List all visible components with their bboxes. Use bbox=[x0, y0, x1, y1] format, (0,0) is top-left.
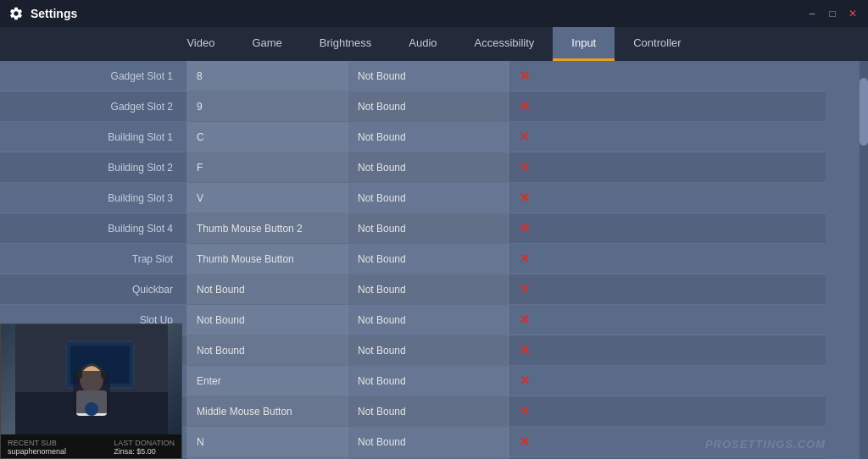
settings-row: Building Slot 3 V Not Bound ✕ bbox=[0, 183, 826, 213]
row-primary-binding-2[interactable]: C bbox=[186, 122, 348, 152]
row-label-1: Gadget Slot 2 bbox=[0, 101, 186, 113]
row-secondary-binding-6[interactable]: Not Bound bbox=[348, 244, 509, 274]
row-delete-button-6[interactable]: ✕ bbox=[509, 244, 539, 274]
tab-game[interactable]: Game bbox=[233, 27, 300, 61]
row-delete-button-10[interactable]: ✕ bbox=[509, 366, 539, 395]
row-secondary-binding-4[interactable]: Not Bound bbox=[348, 183, 509, 213]
row-secondary-binding-10[interactable]: Not Bound bbox=[348, 366, 509, 395]
row-delete-button-9[interactable]: ✕ bbox=[509, 335, 539, 365]
settings-row: Building Slot 2 F Not Bound ✕ bbox=[0, 152, 826, 183]
tab-brightness[interactable]: Brightness bbox=[301, 27, 390, 61]
tab-audio[interactable]: Audio bbox=[390, 27, 455, 61]
row-label-7: Quickbar bbox=[0, 284, 186, 296]
row-primary-binding-5[interactable]: Thumb Mouse Button 2 bbox=[186, 213, 348, 243]
recent-sub-label: RECENT SUB bbox=[8, 439, 66, 447]
row-delete-button-12[interactable]: ✕ bbox=[509, 427, 539, 456]
last-donation-section: LAST DONATION Zinsa: $5.00 bbox=[114, 439, 175, 456]
row-delete-button-3[interactable]: ✕ bbox=[509, 152, 539, 182]
row-secondary-binding-3[interactable]: Not Bound bbox=[348, 152, 509, 182]
stream-overlay: RECENT SUB supaphenomenal LAST DONATION … bbox=[0, 324, 182, 459]
row-delete-button-5[interactable]: ✕ bbox=[509, 213, 539, 243]
content-area: Gadget Slot 1 8 Not Bound ✕ Gadget Slot … bbox=[0, 61, 868, 459]
svg-rect-8 bbox=[101, 370, 106, 379]
settings-row: Quickbar Not Bound Not Bound ✕ bbox=[0, 274, 826, 305]
row-secondary-binding-9[interactable]: Not Bound bbox=[348, 335, 509, 365]
row-secondary-binding-7[interactable]: Not Bound bbox=[348, 274, 509, 304]
row-delete-button-4[interactable]: ✕ bbox=[509, 183, 539, 213]
scrollbar-track[interactable] bbox=[860, 61, 868, 459]
row-primary-binding-7[interactable]: Not Bound bbox=[186, 274, 348, 304]
settings-gear-icon bbox=[8, 6, 24, 21]
row-label-3: Building Slot 2 bbox=[0, 162, 186, 174]
tab-input[interactable]: Input bbox=[553, 27, 615, 61]
svg-point-9 bbox=[85, 402, 98, 416]
row-label-0: Gadget Slot 1 bbox=[0, 70, 186, 82]
row-secondary-binding-2[interactable]: Not Bound bbox=[348, 122, 509, 152]
titlebar-controls: – □ ✕ bbox=[805, 8, 860, 19]
row-primary-binding-6[interactable]: Thumb Mouse Button bbox=[186, 244, 348, 274]
row-primary-binding-0[interactable]: 8 bbox=[186, 61, 348, 91]
app-title: Settings bbox=[31, 7, 77, 20]
tab-controller[interactable]: Controller bbox=[615, 27, 699, 61]
row-label-4: Building Slot 3 bbox=[0, 192, 186, 204]
recent-sub-section: RECENT SUB supaphenomenal bbox=[8, 439, 66, 456]
maximize-button[interactable]: □ bbox=[826, 8, 839, 19]
row-secondary-binding-8[interactable]: Not Bound bbox=[348, 305, 509, 335]
nav-tabs: Video Game Brightness Audio Accessibilit… bbox=[0, 27, 868, 61]
recent-sub-value: supaphenomenal bbox=[8, 447, 66, 456]
row-primary-binding-12[interactable]: N bbox=[186, 427, 348, 456]
row-delete-button-8[interactable]: ✕ bbox=[509, 305, 539, 335]
titlebar-left: Settings bbox=[8, 6, 77, 21]
row-secondary-binding-12[interactable]: Not Bound bbox=[348, 427, 509, 456]
tab-accessibility[interactable]: Accessibility bbox=[456, 27, 554, 61]
row-delete-button-0[interactable]: ✕ bbox=[509, 61, 539, 91]
row-secondary-binding-11[interactable]: Not Bound bbox=[348, 396, 509, 426]
stream-video-content bbox=[15, 324, 168, 434]
settings-row: Gadget Slot 1 8 Not Bound ✕ bbox=[0, 61, 826, 91]
row-label-6: Trap Slot bbox=[0, 253, 186, 265]
stream-info-bar: RECENT SUB supaphenomenal LAST DONATION … bbox=[1, 434, 181, 459]
last-donation-label: LAST DONATION bbox=[114, 439, 175, 447]
row-primary-binding-3[interactable]: F bbox=[186, 152, 348, 182]
row-primary-binding-8[interactable]: Not Bound bbox=[186, 305, 348, 335]
close-button[interactable]: ✕ bbox=[846, 8, 860, 19]
row-primary-binding-11[interactable]: Middle Mouse Button bbox=[186, 396, 348, 426]
row-secondary-binding-1[interactable]: Not Bound bbox=[348, 91, 509, 121]
row-delete-button-7[interactable]: ✕ bbox=[509, 274, 539, 304]
settings-row: Building Slot 4 Thumb Mouse Button 2 Not… bbox=[0, 213, 826, 244]
scrollbar-thumb[interactable] bbox=[860, 78, 868, 146]
row-primary-binding-9[interactable]: Not Bound bbox=[186, 335, 348, 365]
row-delete-button-1[interactable]: ✕ bbox=[509, 91, 539, 121]
row-label-5: Building Slot 4 bbox=[0, 223, 186, 235]
row-primary-binding-4[interactable]: V bbox=[186, 183, 348, 213]
settings-row: Trap Slot Thumb Mouse Button Not Bound ✕ bbox=[0, 244, 826, 274]
row-secondary-binding-0[interactable]: Not Bound bbox=[348, 61, 509, 91]
row-secondary-binding-5[interactable]: Not Bound bbox=[348, 213, 509, 243]
titlebar: Settings – □ ✕ bbox=[0, 0, 868, 27]
svg-rect-7 bbox=[77, 370, 82, 379]
prosettings-watermark: PROSETTINGS.COM bbox=[705, 438, 826, 451]
stream-video bbox=[1, 324, 181, 434]
settings-row: Gadget Slot 2 9 Not Bound ✕ bbox=[0, 91, 826, 122]
settings-row: Building Slot 1 C Not Bound ✕ bbox=[0, 122, 826, 152]
row-primary-binding-10[interactable]: Enter bbox=[186, 366, 348, 395]
row-primary-binding-1[interactable]: 9 bbox=[186, 91, 348, 121]
minimize-button[interactable]: – bbox=[805, 8, 819, 19]
tab-video[interactable]: Video bbox=[168, 27, 233, 61]
row-label-2: Building Slot 1 bbox=[0, 131, 186, 143]
row-delete-button-2[interactable]: ✕ bbox=[509, 122, 539, 152]
row-delete-button-11[interactable]: ✕ bbox=[509, 396, 539, 426]
last-donation-value: Zinsa: $5.00 bbox=[114, 447, 175, 456]
